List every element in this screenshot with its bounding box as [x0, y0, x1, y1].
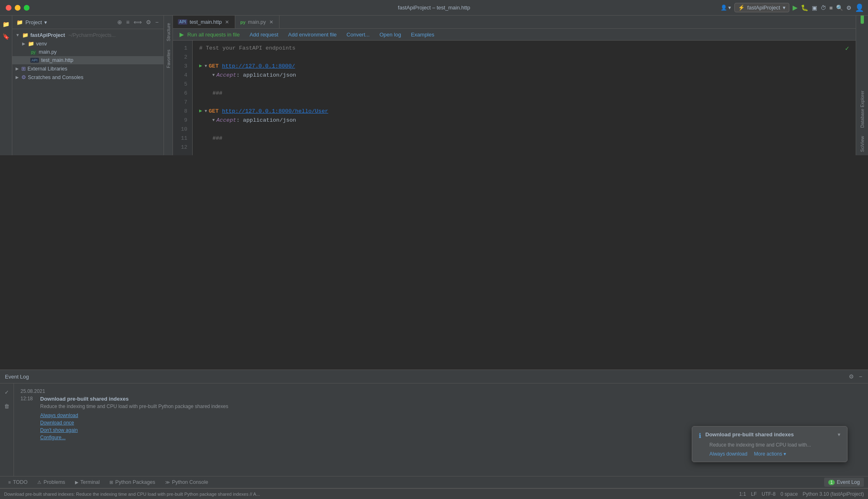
run-all-button[interactable]: ▶ Run all requests in file — [180, 31, 240, 38]
notif-more-actions[interactable]: More actions ▾ — [754, 451, 786, 457]
settings-icon[interactable]: ⚙ — [846, 5, 852, 11]
tree-item-extlibs[interactable]: ▶ ⊞ External Libraries — [12, 64, 164, 73]
locate-file-button[interactable]: ⊕ — [116, 18, 123, 26]
tab-test-main[interactable]: API test_main.http ✕ — [173, 16, 235, 28]
tab-main-py-label: main.py — [248, 19, 266, 25]
todo-icon: ≡ — [8, 480, 11, 485]
extlibs-label: External Libraries — [27, 66, 67, 72]
fold-gutter-1[interactable]: ▼ — [205, 63, 207, 70]
collapse-all-button[interactable]: ≡ — [125, 18, 130, 26]
venv-folder-icon: 📁 — [28, 41, 34, 47]
search-button[interactable]: 🔍 — [836, 5, 843, 11]
sciview-tab[interactable]: SciView — [858, 133, 866, 155]
structure-tab[interactable]: Structure — [165, 19, 172, 45]
favorites-tab[interactable]: Favorites — [165, 45, 172, 72]
python-packages-tab[interactable]: ⊞ Python Packages — [105, 478, 159, 487]
run-button[interactable]: ▶ — [793, 4, 798, 11]
notif-actions: Always download More actions ▾ — [699, 451, 841, 457]
code-line-10 — [199, 125, 856, 134]
tab-api-icon: API — [178, 19, 187, 25]
panel-settings-button[interactable]: ⚙ — [145, 18, 152, 26]
line-num-5: 5 — [173, 80, 192, 89]
title-bar-actions: 👤 ▾ ⚡ fastApiProject ▾ ▶ 🐛 ▣ ⏱ ■ 🔍 ⚙ 👤 — [720, 3, 864, 12]
folder-icon: 📁 — [16, 19, 23, 25]
tree-item-venv[interactable]: ▶ 📁 venv — [12, 39, 164, 48]
avatar-icon[interactable]: 👤 — [855, 3, 864, 12]
tree-item-scratches[interactable]: ▶ ⚙ Scratches and Consoles — [12, 73, 164, 82]
examples-button[interactable]: Examples — [411, 32, 434, 38]
event-log-trash-icon[interactable]: 🗑 — [2, 401, 12, 411]
minimize-button[interactable] — [15, 5, 20, 11]
download-once-link[interactable]: Download once — [40, 420, 861, 426]
coverage-button[interactable]: ▣ — [812, 5, 817, 11]
stop-button[interactable]: ■ — [829, 5, 833, 11]
event-log-close[interactable]: − — [858, 372, 863, 381]
left-vertical-tabs: Structure Favorites — [164, 16, 173, 155]
code-get-1: GET — [209, 62, 222, 71]
code-line-1: # Test your FastAPI endpoints — [199, 44, 856, 53]
encoding[interactable]: UTF-8 — [762, 491, 776, 497]
tab-main-py-close[interactable]: ✕ — [268, 18, 274, 26]
panel-close-button[interactable]: − — [155, 18, 159, 26]
cursor-position[interactable]: 1:1 — [739, 491, 746, 497]
add-request-button[interactable]: Add request — [250, 32, 278, 38]
notification-popup: ℹ Download pre-built shared indexes ▾ Re… — [692, 426, 848, 462]
open-log-button[interactable]: Open log — [379, 32, 401, 38]
problems-tab[interactable]: ⚠ Problems — [33, 478, 69, 487]
bookmark-icon[interactable]: 🔖 — [1, 31, 11, 42]
fold-gutter-2[interactable]: ▼ — [212, 72, 215, 79]
python-version[interactable]: Python 3.10 (fastApiProject) — [803, 491, 864, 497]
project-dropdown-arrow[interactable]: ▾ — [44, 19, 47, 25]
window-title: fastApiProject – test_main.http — [398, 5, 470, 11]
tree-item-root[interactable]: ▼ 📁 fastApiProject ~/PycharmProjects... — [12, 31, 164, 39]
code-colon-1: : application/json — [236, 71, 296, 80]
maximize-button[interactable] — [24, 5, 30, 11]
tab-main-py[interactable]: py main.py ✕ — [235, 16, 279, 28]
notif-title: Download pre-built shared indexes — [705, 431, 834, 438]
tab-test-main-close[interactable]: ✕ — [224, 18, 230, 26]
convert-button[interactable]: Convert... — [347, 32, 370, 38]
fold-gutter-4[interactable]: ▼ — [212, 117, 215, 124]
run-configuration[interactable]: ⚡ fastApiProject ▾ — [734, 3, 789, 12]
line-numbers: 1 2 3 4 5 6 7 8 9 10 11 12 — [173, 41, 193, 155]
todo-label: TODO — [13, 479, 27, 485]
code-content: # Test your FastAPI endpoints ▶ ▼ GET ht… — [193, 41, 856, 155]
indent[interactable]: 0 space — [781, 491, 798, 497]
project-sidebar-icon[interactable]: 📁 — [1, 19, 11, 29]
event-log-settings[interactable]: ⚙ — [848, 372, 855, 381]
code-url-2[interactable]: http://127.0.0.1:8000/hello/User — [222, 107, 328, 116]
tree-item-testmain[interactable]: API test_main.http — [12, 56, 164, 64]
event-log-tab[interactable]: 1 Event Log — [824, 478, 864, 487]
event-log-side-icons: ✓ 🗑 — [0, 383, 14, 476]
notif-chevron-icon[interactable]: ▾ — [838, 431, 841, 438]
tab-test-main-label: test_main.http — [190, 19, 222, 25]
terminal-tab[interactable]: ▶ Terminal — [71, 478, 104, 487]
add-env-button[interactable]: Add environment file — [288, 32, 337, 38]
traffic-lights[interactable] — [6, 5, 30, 11]
line-ending[interactable]: LF — [751, 491, 757, 497]
fold-gutter-3[interactable]: ▼ — [205, 108, 207, 115]
close-button[interactable] — [6, 5, 11, 11]
profile-button[interactable]: ⏱ — [820, 5, 826, 11]
tree-item-mainpy[interactable]: py main.py — [12, 48, 164, 56]
editor-area: API test_main.http ✕ py main.py ✕ ▶ Run … — [173, 16, 856, 155]
api-file-icon: API — [30, 58, 39, 63]
extlibs-arrow: ▶ — [16, 66, 19, 71]
status-text[interactable]: Download pre-built shared indexes: Reduc… — [4, 492, 260, 497]
scratches-label: Scratches and Consoles — [28, 75, 84, 80]
debug-button[interactable]: 🐛 — [801, 4, 809, 11]
vcs-button[interactable]: 👤 ▾ — [720, 5, 732, 11]
line-num-12: 12 — [173, 143, 192, 152]
expand-all-button[interactable]: ⟺ — [133, 18, 143, 26]
run-config-arrow: ▾ — [783, 5, 786, 11]
code-url-1[interactable]: http://127.0.0.1:8000/ — [222, 62, 295, 71]
todo-tab[interactable]: ≡ TODO — [4, 478, 32, 487]
always-download-link[interactable]: Always download — [40, 413, 861, 418]
run-gutter-2[interactable]: ▶ — [199, 107, 202, 115]
run-gutter-1[interactable]: ▶ — [199, 62, 202, 70]
python-console-tab[interactable]: ≫ Python Console — [161, 478, 212, 487]
problems-icon: ⚠ — [37, 480, 41, 485]
database-explorer-tab[interactable]: Database Explorer — [858, 87, 866, 131]
event-log-filter-icon[interactable]: ✓ — [2, 387, 12, 397]
notif-always-download[interactable]: Always download — [709, 451, 748, 457]
